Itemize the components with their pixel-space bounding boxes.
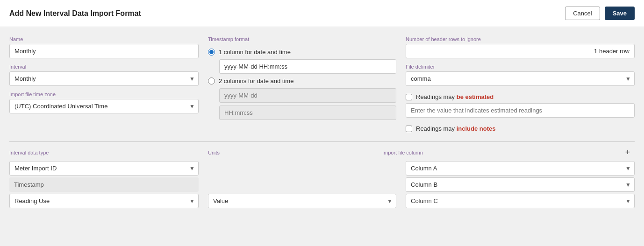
table-row: Meter Import ID Reading Use Timestamp ▼ … <box>9 161 635 176</box>
name-label: Name <box>9 36 199 42</box>
header-actions: Cancel Save <box>565 7 635 20</box>
header-rows-label: Number of header rows to ignore <box>406 36 635 42</box>
notes-checkbox-label: Readings may include notes <box>416 125 496 132</box>
form-area: Name Interval Monthly Daily Hourly 15 Mi… <box>0 27 644 218</box>
add-row-button[interactable]: + <box>621 148 635 157</box>
file-delimiter-select[interactable]: comma tab semicolon pipe <box>406 71 635 86</box>
header-rows-input[interactable] <box>406 44 635 58</box>
date-input[interactable] <box>219 88 396 103</box>
row3-type-wrapper: Meter Import ID Reading Use Timestamp ▼ <box>9 194 199 208</box>
estimated-bold: be estimated <box>457 93 494 100</box>
save-button[interactable]: Save <box>605 7 635 20</box>
notes-checkbox[interactable] <box>406 126 412 132</box>
header-bar: Add New Interval Data Import Format Canc… <box>0 0 644 27</box>
row3-units-select[interactable]: Value kWh kW <box>208 194 396 208</box>
timestamp-combined-inputs <box>208 59 396 74</box>
row1-type-select[interactable]: Meter Import ID Reading Use Timestamp <box>9 161 199 176</box>
timezone-select-wrapper: (UTC) Coordinated Universal Time (UTC-05… <box>9 99 199 113</box>
interval-field-group: Interval Monthly Daily Hourly 15 Minutes… <box>9 64 199 86</box>
radio-1-label: 1 column for date and time <box>219 49 291 56</box>
row2-type-static: Timestamp <box>9 177 199 192</box>
row1-type-wrapper: Meter Import ID Reading Use Timestamp ▼ <box>9 161 199 176</box>
estimated-checkbox-label: Readings may be estimated <box>416 93 494 100</box>
notes-bold: include notes <box>457 125 496 132</box>
name-field-group: Name <box>9 36 199 58</box>
left-column: Name Interval Monthly Daily Hourly 15 Mi… <box>9 36 199 132</box>
row3-col-wrapper: Column A Column B Column C Column D ▼ <box>406 194 635 208</box>
row2-col-wrapper: Column A Column B Column C Column D ▼ <box>406 177 635 192</box>
row3-units-wrapper: Value kWh kW ▼ <box>208 194 396 208</box>
file-delimiter-field-group: File delimiter comma tab semicolon pipe … <box>406 64 635 86</box>
timestamp-separate-inputs <box>208 88 396 120</box>
radio-2-label: 2 columns for date and time <box>219 77 293 84</box>
table-row: Meter Import ID Reading Use Timestamp ▼ … <box>9 194 635 208</box>
row1-col-wrapper: Column A Column B Column C Column D ▼ <box>406 161 635 176</box>
bottom-section: Interval data type Units Import file col… <box>9 141 635 208</box>
row3-col-select[interactable]: Column A Column B Column C Column D <box>406 194 635 208</box>
table-row: Timestamp Column A Column B Column C Col… <box>9 177 635 192</box>
estimated-checkbox-row: Readings may be estimated <box>406 93 635 100</box>
radio-1-column-option[interactable]: 1 column for date and time <box>208 49 396 56</box>
row2-col-select[interactable]: Column A Column B Column C Column D <box>406 177 635 192</box>
col3-header: Import file column <box>382 150 611 155</box>
cancel-button[interactable]: Cancel <box>565 7 600 20</box>
timestamp-section: 1 column for date and time 2 columns for… <box>208 49 396 120</box>
col1-header: Interval data type <box>9 150 199 155</box>
mid-column: Timestamp format 1 column for date and t… <box>208 36 396 132</box>
notes-checkbox-row: Readings may include notes <box>406 125 635 132</box>
time-input[interactable] <box>219 105 396 120</box>
timezone-select[interactable]: (UTC) Coordinated Universal Time (UTC-05… <box>9 99 199 113</box>
name-input[interactable] <box>9 44 199 58</box>
radio-1-input[interactable] <box>208 49 215 56</box>
interval-select-wrapper: Monthly Daily Hourly 15 Minutes ▼ <box>9 71 199 86</box>
col2-header: Units <box>208 150 373 155</box>
estimated-value-input[interactable] <box>406 103 635 118</box>
estimated-checkbox[interactable] <box>406 94 412 100</box>
interval-select[interactable]: Monthly Daily Hourly 15 Minutes <box>9 71 199 86</box>
interval-label: Interval <box>9 64 199 70</box>
file-delimiter-label: File delimiter <box>406 64 635 70</box>
radio-2-column-option[interactable]: 2 columns for date and time <box>208 77 396 84</box>
right-column: Number of header rows to ignore File del… <box>406 36 635 132</box>
datetime-combined-input[interactable] <box>219 59 396 74</box>
timezone-label: Import file time zone <box>9 91 199 97</box>
page-title: Add New Interval Data Import Format <box>9 9 141 18</box>
row1-col-select[interactable]: Column A Column B Column C Column D <box>406 161 635 176</box>
table-rows: Meter Import ID Reading Use Timestamp ▼ … <box>9 161 635 208</box>
row3-type-select[interactable]: Meter Import ID Reading Use Timestamp <box>9 194 199 208</box>
timezone-field-group: Import file time zone (UTC) Coordinated … <box>9 91 199 113</box>
timestamp-format-label: Timestamp format <box>208 36 396 42</box>
radio-2-input[interactable] <box>208 77 215 84</box>
table-header: Interval data type Units Import file col… <box>9 146 635 161</box>
file-delimiter-select-wrapper: comma tab semicolon pipe ▼ <box>406 71 635 86</box>
top-section: Name Interval Monthly Daily Hourly 15 Mi… <box>9 36 635 132</box>
estimated-field-group: Readings may be estimated <box>406 91 635 118</box>
header-rows-field-group: Number of header rows to ignore <box>406 36 635 58</box>
